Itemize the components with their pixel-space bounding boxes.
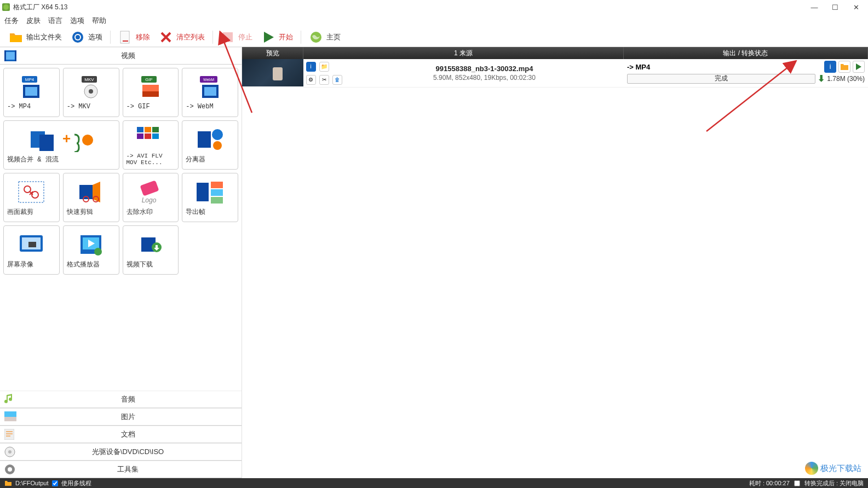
multithread-checkbox[interactable] bbox=[52, 480, 58, 486]
svg-rect-21 bbox=[142, 91, 159, 97]
stop-icon bbox=[221, 30, 235, 44]
svg-text:MKV: MKV bbox=[84, 77, 94, 82]
screen-record-button[interactable]: 屏幕录像 bbox=[3, 225, 60, 275]
options-button[interactable]: 选项 bbox=[67, 29, 106, 45]
to-gif-button[interactable]: GIF -> GIF bbox=[123, 68, 179, 117]
task-output-folder-button[interactable] bbox=[838, 61, 850, 73]
svg-rect-34 bbox=[145, 133, 151, 139]
splitter-button[interactable]: 分离器 bbox=[182, 120, 238, 170]
eraser-icon: Logo bbox=[136, 179, 165, 205]
svg-point-65 bbox=[8, 467, 12, 472]
mkv-icon: MKV bbox=[76, 74, 106, 101]
quick-cut-button[interactable]: 快速剪辑 bbox=[63, 173, 119, 222]
crop-label: 画面裁剪 bbox=[7, 207, 33, 217]
header-preview[interactable]: 预览 bbox=[242, 47, 303, 59]
task-play-output-button[interactable] bbox=[853, 61, 865, 73]
category-audio-header[interactable]: 音频 bbox=[0, 391, 242, 408]
home-button[interactable]: 主页 bbox=[306, 29, 344, 45]
svg-point-37 bbox=[212, 129, 223, 140]
video-download-icon bbox=[136, 231, 165, 258]
status-output-path[interactable]: D:\FFOutput bbox=[15, 480, 49, 486]
svg-rect-61 bbox=[4, 429, 14, 440]
content-area: 视频 MP4 -> MP4 MKV -> MKV GIF -> GIF WebM… bbox=[0, 47, 868, 478]
menu-task[interactable]: 任务 bbox=[4, 16, 19, 26]
video-icon bbox=[4, 50, 16, 61]
header-output[interactable]: 输出 / 转换状态 bbox=[624, 47, 868, 59]
export-frame-button[interactable]: 导出帧 bbox=[182, 173, 238, 222]
svg-text:WebM: WebM bbox=[203, 78, 214, 82]
task-settings-button[interactable]: ⚙ bbox=[306, 75, 316, 85]
task-meta: 5.90M, 852x480, 19Kbps, 00:02:30 bbox=[433, 74, 536, 82]
task-row[interactable]: i 📁 ⚙ ✂ 🗑 991558388_nb3-1-30032.mp4 5.90… bbox=[242, 59, 868, 88]
svg-rect-39 bbox=[19, 182, 44, 202]
player-button[interactable]: 格式播放器 bbox=[63, 225, 119, 275]
to-mp4-button[interactable]: MP4 -> MP4 bbox=[3, 68, 60, 117]
category-document-header[interactable]: 文档 bbox=[0, 426, 242, 443]
task-delete-button[interactable]: 🗑 bbox=[332, 75, 342, 85]
task-progress-label: 完成 bbox=[715, 74, 728, 83]
svg-rect-31 bbox=[145, 127, 151, 132]
category-video-header[interactable]: 视频 bbox=[0, 47, 242, 65]
svg-point-29 bbox=[82, 135, 93, 146]
folder-small-icon bbox=[4, 480, 12, 486]
to-mkv-button[interactable]: MKV -> MKV bbox=[63, 68, 119, 117]
svg-rect-53 bbox=[28, 242, 36, 247]
header-source[interactable]: 1 来源 bbox=[303, 47, 624, 59]
to-avi-etc-button[interactable]: -> AVI FLV MOV Etc... bbox=[123, 120, 179, 170]
task-info-button[interactable]: i bbox=[306, 62, 316, 72]
task-filename: 991558388_nb3-1-30032.mp4 bbox=[436, 65, 533, 73]
svg-rect-36 bbox=[198, 131, 211, 148]
title-bar: 格式工厂 X64 5.13 — ☐ ✕ bbox=[0, 0, 868, 14]
shutdown-checkbox[interactable] bbox=[794, 480, 800, 486]
audio-icon bbox=[4, 394, 16, 405]
toolbar-divider bbox=[110, 31, 111, 44]
task-range-button[interactable]: ✂ bbox=[319, 75, 329, 85]
minimize-button[interactable]: — bbox=[809, 2, 820, 13]
menu-options[interactable]: 选项 bbox=[70, 16, 84, 26]
watermark: 极光下载站 bbox=[805, 462, 861, 475]
category-tools-header[interactable]: 工具集 bbox=[0, 461, 242, 478]
status-bar: D:\FFOutput 使用多线程 耗时 : 00:00:27 转换完成后 : … bbox=[0, 478, 868, 488]
video-download-button[interactable]: 视频下载 bbox=[123, 225, 179, 275]
app-icon bbox=[2, 3, 10, 11]
start-button[interactable]: 开始 bbox=[258, 29, 296, 45]
svg-rect-8 bbox=[4, 50, 6, 61]
remove-button[interactable]: 移除 bbox=[115, 29, 153, 45]
menu-language[interactable]: 语言 bbox=[48, 16, 62, 26]
play-icon bbox=[261, 30, 275, 44]
to-mp4-label: -> MP4 bbox=[7, 103, 31, 111]
to-mkv-label: -> MKV bbox=[67, 103, 90, 111]
multithread-label: 使用多线程 bbox=[61, 479, 91, 487]
crop-icon bbox=[16, 179, 46, 205]
category-image-header[interactable]: 图片 bbox=[0, 408, 242, 426]
gear-icon bbox=[71, 30, 85, 44]
task-open-folder-button[interactable]: 📁 bbox=[319, 62, 329, 72]
maximize-button[interactable]: ☐ bbox=[830, 2, 841, 13]
svg-rect-60 bbox=[4, 417, 16, 421]
splitter-label: 分离器 bbox=[186, 155, 205, 164]
svg-rect-9 bbox=[15, 50, 16, 61]
globe-icon bbox=[309, 30, 323, 44]
video-merge-button[interactable]: + 视频合并 & 混流 bbox=[3, 120, 119, 170]
menu-help[interactable]: 帮助 bbox=[92, 16, 106, 26]
task-output-info-button[interactable]: i bbox=[824, 61, 836, 73]
to-webm-button[interactable]: WebM -> WebM bbox=[182, 68, 238, 117]
shutdown-label: 转换完成后 : 关闭电脑 bbox=[804, 479, 864, 487]
gif-icon: GIF bbox=[136, 74, 165, 101]
clear-list-button[interactable]: 清空列表 bbox=[156, 29, 208, 45]
remove-watermark-label: 去除水印 bbox=[127, 207, 153, 217]
close-button[interactable]: ✕ bbox=[850, 2, 861, 13]
stop-button[interactable]: 停止 bbox=[217, 29, 256, 45]
folder-icon bbox=[840, 63, 849, 71]
svg-rect-4 bbox=[223, 32, 233, 42]
svg-rect-35 bbox=[152, 133, 159, 139]
to-avi-etc-label: -> AVI FLV MOV Etc... bbox=[127, 153, 175, 166]
task-thumbnail[interactable] bbox=[242, 59, 303, 86]
svg-rect-48 bbox=[211, 182, 223, 188]
category-disc-header[interactable]: 光驱设备\DVD\CD\ISO bbox=[0, 443, 242, 461]
menu-skin[interactable]: 皮肤 bbox=[26, 16, 41, 26]
remove-watermark-button[interactable]: Logo 去除水印 bbox=[123, 173, 179, 222]
watermark-icon bbox=[805, 462, 818, 475]
output-folder-button[interactable]: 输出文件夹 bbox=[5, 29, 65, 45]
crop-button[interactable]: 画面裁剪 bbox=[3, 173, 60, 222]
